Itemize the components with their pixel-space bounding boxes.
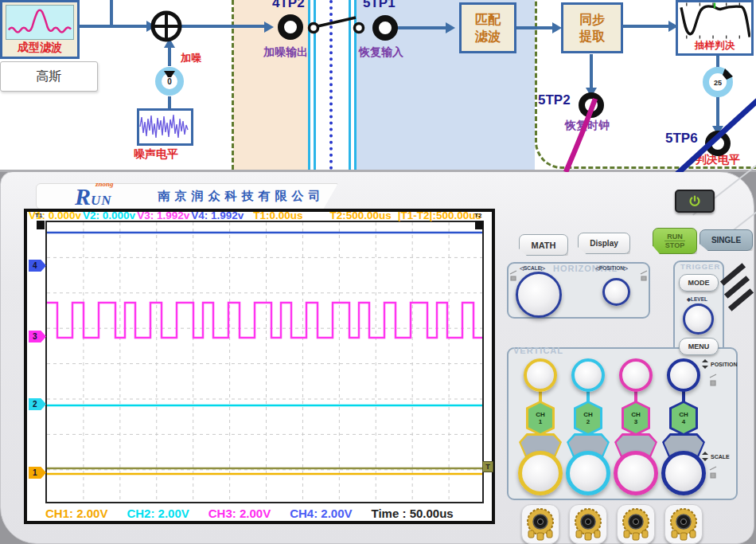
trigger-mode-button[interactable]: MODE [679, 274, 719, 292]
tp-5tp6-label: 5TP6 [665, 131, 698, 147]
noise-level-knob[interactable]: 0 [158, 70, 181, 92]
ch1-bnc-connector[interactable] [521, 504, 559, 544]
ch3-button[interactable]: CH3 [622, 401, 650, 436]
horizontal-scale-knob-label: ◁SCALE▷ [520, 265, 545, 272]
horizontal-position-knob[interactable] [602, 278, 630, 306]
math-button[interactable]: MATH [519, 234, 568, 256]
bnc-icon [667, 507, 700, 542]
ch3-scale: CH3: 2.00V [208, 507, 271, 520]
menu-button-label: MENU [688, 342, 710, 350]
noise-source-label: 噪声电平 [134, 147, 178, 162]
sync-extract-label-2: 提取 [579, 28, 605, 45]
logo-r: R [75, 183, 91, 209]
brand-logo: RUN zhong [75, 183, 112, 210]
updown-icon [702, 452, 708, 461]
trigger-section-label: TRIGGER [680, 262, 720, 271]
run-stop-button[interactable]: RUN STOP [653, 228, 697, 254]
horizontal-position-knob-label: ◁POSITION▷ [595, 265, 628, 272]
ch3-scale-knob[interactable] [614, 451, 658, 495]
horizontal-scale-knob[interactable] [516, 272, 562, 318]
cursor-t1-handle[interactable] [37, 221, 45, 229]
flag-num: 1 [33, 468, 37, 477]
ch4-position-knob[interactable] [667, 358, 700, 392]
vertical-position-label: POSITION [702, 359, 737, 369]
tp-4tp2-desc: 加噪输出 [263, 45, 308, 60]
bnc-icon [571, 507, 605, 542]
cable-line [349, 0, 351, 170]
trigger-level-label: ◆LEVEL [687, 296, 707, 303]
cable-line [308, 0, 310, 170]
sync-extract-label-1: 同步 [579, 11, 605, 28]
ch1-position-knob[interactable] [524, 358, 557, 392]
ch4-scale-knob[interactable] [661, 451, 706, 495]
stop-label: STOP [665, 241, 684, 249]
display-button-label: Display [590, 239, 618, 248]
waveform-grid [45, 221, 484, 503]
ch1-button[interactable]: CH1 [526, 401, 555, 436]
scope-header: RUN zhong 南京润众科技有限公司 [36, 183, 338, 209]
meas-t1t2: |T1-T2|:500.00us [398, 209, 481, 221]
power-icon [688, 195, 701, 208]
power-button[interactable] [675, 190, 715, 213]
press-turn-icon [708, 465, 718, 483]
bnc-icon [619, 507, 653, 542]
meas-v2: V2: 0.000v [83, 209, 135, 221]
vertical-scale-label: SCALE [702, 452, 730, 461]
ch1-scale: CH1: 2.00V [45, 507, 107, 520]
press-turn-icon [509, 269, 518, 282]
tp-5tp2-desc: 恢复时钟 [565, 119, 610, 133]
block-shaping-label: 成型滤波 [18, 41, 62, 55]
ch2-scale-knob[interactable] [566, 451, 610, 495]
ch4-button-label-2: 4 [682, 418, 685, 425]
trigger-menu-button[interactable]: MENU [679, 338, 719, 355]
diagram-region-noise [233, 0, 310, 170]
flag-num: 2 [33, 400, 37, 409]
display-button[interactable]: Display [578, 233, 630, 254]
single-button-label: SINGLE [711, 236, 741, 245]
bnc-icon [524, 507, 557, 542]
meas-t2: T2:500.00us [330, 209, 392, 221]
ch4-bnc-connector[interactable] [664, 504, 703, 544]
meas-v4: V4: 1.992v [191, 209, 244, 221]
cable-line [314, 0, 316, 170]
ch2-position-knob[interactable] [571, 358, 605, 392]
trace-ch3 [47, 303, 484, 338]
arrowhead [146, 21, 156, 32]
app-window: 成型滤波 高斯 噪声电平 匹配 滤波 同步 提取 抽样判决 加噪 4TP2 5T… [0, 0, 756, 544]
ch1-button-label-1: CH [536, 411, 545, 418]
tp-5tp2-label: 5TP2 [538, 92, 571, 108]
block-matched-filter: 匹配 滤波 [459, 2, 516, 53]
ch2-bnc-connector[interactable] [569, 504, 607, 544]
ch3-button-label-1: CH [631, 411, 641, 418]
ch2-button[interactable]: CH2 [574, 401, 602, 436]
channel-scale-row: CH1: 2.00V CH2: 2.00V CH3: 2.00V CH4: 2.… [45, 507, 491, 520]
ch4-button[interactable]: CH4 [669, 401, 698, 436]
dotted-boundary-line [329, 0, 333, 170]
trigger-level-knob[interactable] [683, 303, 714, 335]
vertical-section-label: VERTICAL [513, 346, 563, 355]
single-button[interactable]: SINGLE [699, 229, 753, 251]
cursor-t1-label: T1 [35, 212, 42, 219]
cursor-t2-label: T2 [474, 212, 481, 219]
tp-5tp1-desc: 恢复输入 [359, 45, 403, 60]
ch3-button-label-2: 3 [634, 418, 637, 425]
adder-symbol [153, 13, 180, 40]
arrowhead [164, 38, 175, 48]
sinc-pulse-icon [6, 5, 74, 40]
ch1-scale-knob[interactable] [518, 451, 563, 495]
block-sampler-decision: 抽样判决 [676, 0, 754, 56]
cable-line [354, 0, 357, 170]
ch4-button-label-1: CH [679, 411, 688, 418]
dashed-boundary-line [232, 0, 234, 170]
cursor-t2-handle[interactable] [475, 221, 483, 229]
measurement-row: V1: 0.000v V2: 0.000v V3: 1.992v V4: 1.9… [29, 209, 493, 221]
mode-button-label: MODE [688, 279, 710, 287]
trace-layer [47, 222, 484, 503]
trigger-level-marker[interactable]: T [482, 461, 493, 472]
block-noise-source [137, 108, 193, 146]
ch3-bnc-connector[interactable] [617, 504, 655, 544]
ch3-position-knob[interactable] [619, 358, 653, 392]
pulse-type-dropdown[interactable]: 高斯 [0, 61, 98, 92]
ch1-button-label-2: 1 [539, 418, 542, 425]
sampler-label: 抽样判决 [695, 39, 735, 53]
